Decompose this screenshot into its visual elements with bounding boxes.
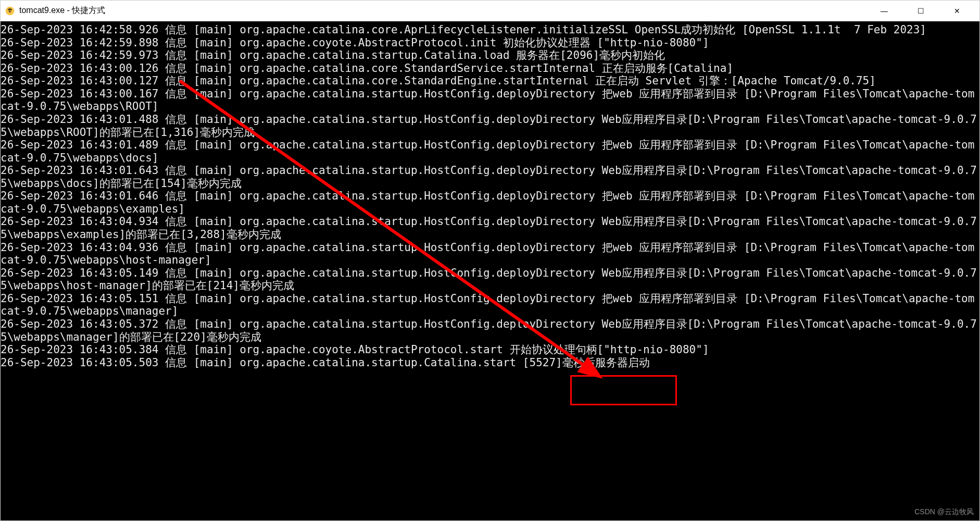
log-line: 26-Sep-2023 16:43:04.934 信息 [main] org.a… <box>1 215 979 241</box>
log-line: 26-Sep-2023 16:43:05.372 信息 [main] org.a… <box>1 318 979 343</box>
log-line: 26-Sep-2023 16:43:00.126 信息 [main] org.a… <box>1 62 979 75</box>
log-line: 26-Sep-2023 16:42:58.926 信息 [main] org.a… <box>1 23 979 36</box>
log-line: 26-Sep-2023 16:42:59.973 信息 [main] org.a… <box>1 49 979 62</box>
log-line: 26-Sep-2023 16:43:05.151 信息 [main] org.a… <box>1 292 979 318</box>
log-line: 26-Sep-2023 16:43:01.489 信息 [main] org.a… <box>1 139 979 164</box>
svg-point-1 <box>8 9 9 11</box>
log-line: 26-Sep-2023 16:43:01.488 信息 [main] org.a… <box>1 113 979 139</box>
app-icon <box>5 6 15 16</box>
console-window: tomcat9.exe - 快捷方式 — ☐ ✕ 26-Sep-2023 16:… <box>0 0 980 521</box>
titlebar[interactable]: tomcat9.exe - 快捷方式 — ☐ ✕ <box>1 1 979 21</box>
log-line: 26-Sep-2023 16:43:00.167 信息 [main] org.a… <box>1 88 979 113</box>
log-line: 26-Sep-2023 16:43:05.149 信息 [main] org.a… <box>1 267 979 292</box>
log-line: 26-Sep-2023 16:43:00.127 信息 [main] org.a… <box>1 75 979 88</box>
log-line: 26-Sep-2023 16:43:01.643 信息 [main] org.a… <box>1 164 979 190</box>
log-line: 26-Sep-2023 16:43:04.936 信息 [main] org.a… <box>1 241 979 267</box>
console-output[interactable]: 26-Sep-2023 16:42:58.926 信息 [main] org.a… <box>1 21 979 520</box>
log-line: 26-Sep-2023 16:42:59.898 信息 [main] org.a… <box>1 36 979 49</box>
svg-point-2 <box>10 9 11 11</box>
window-title: tomcat9.exe - 快捷方式 <box>19 5 866 16</box>
watermark: CSDN @云边牧风 <box>914 507 974 517</box>
log-line: 26-Sep-2023 16:43:01.646 信息 [main] org.a… <box>1 190 979 215</box>
window-controls: — ☐ ✕ <box>866 1 975 21</box>
log-line: 26-Sep-2023 16:43:05.384 信息 [main] org.a… <box>1 343 979 356</box>
log-line: 26-Sep-2023 16:43:05.503 信息 [main] org.a… <box>1 356 979 369</box>
minimize-button[interactable]: — <box>866 1 902 21</box>
maximize-button[interactable]: ☐ <box>902 1 939 21</box>
close-button[interactable]: ✕ <box>939 1 975 21</box>
